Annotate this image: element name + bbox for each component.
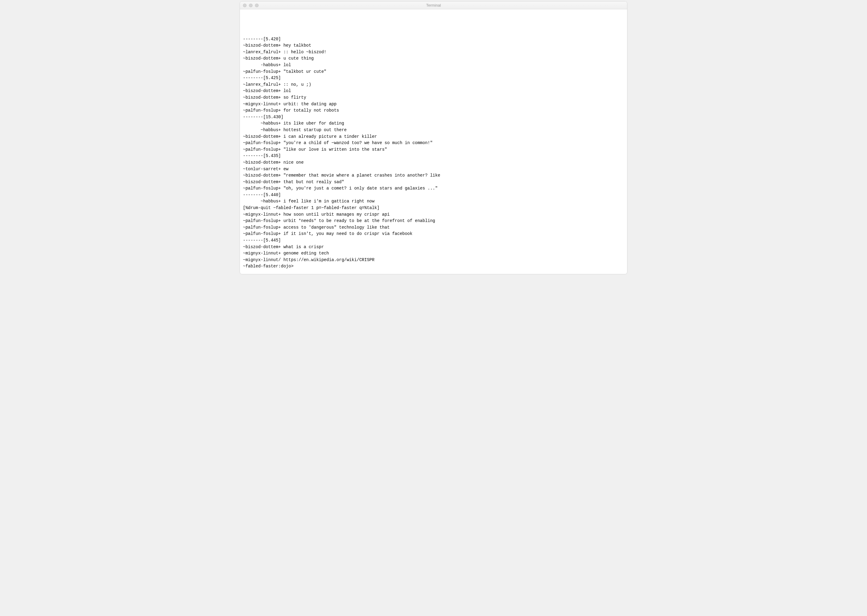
terminal-line: ~tonlur-sarret+ ew xyxy=(243,166,624,173)
terminal-line: ~palfun-foslup+ "like our love is writte… xyxy=(243,146,624,153)
terminal-line: ~biszod-dottem+ "remember that movie whe… xyxy=(243,172,624,179)
terminal-line: ~habbus+ its like uber for dating xyxy=(243,120,624,127)
terminal-line: ~palfun-foslup+ "talkbot ur cute" xyxy=(243,69,624,75)
terminal-line: --------[5.445] xyxy=(243,237,624,244)
terminal-line: ~lanrex_falrul+ :: no, u ;) xyxy=(243,82,624,88)
terminal-line: ~palfun-foslup+ for totally not robots xyxy=(243,107,624,114)
terminal-line: ~habbus+ i feel like i'm in gattica righ… xyxy=(243,198,624,205)
window-title: Terminal xyxy=(426,3,441,8)
terminal-line: ~mignyx-linnut+ urbit: the dating app xyxy=(243,101,624,108)
minimize-button[interactable] xyxy=(249,4,252,7)
terminal-line: ~biszod-dottem+ lol xyxy=(243,88,624,94)
terminal-line: [%drum-quit ~fabled-faster 1 p=~fabled-f… xyxy=(243,205,624,211)
terminal-line: ~habbus+ hottest startup out there xyxy=(243,127,624,134)
terminal-window: Terminal --------[5.420]~biszod-dottem+ … xyxy=(240,1,627,274)
zoom-button[interactable] xyxy=(255,4,259,7)
close-button[interactable] xyxy=(243,4,247,7)
terminal-line: ~biszod-dottem+ nice one xyxy=(243,159,624,166)
terminal-line: --------[5.435] xyxy=(243,153,624,159)
terminal-line: --------[5.420] xyxy=(243,36,624,43)
terminal-line: ~biszod-dottem+ hey talkbot xyxy=(243,42,624,49)
terminal-line: ~palfun-foslup+ "oh, you're just a comet… xyxy=(243,185,624,192)
terminal-line: ~palfun-foslup+ urbit *needs* to be read… xyxy=(243,218,624,225)
traffic-lights xyxy=(243,4,259,7)
terminal-line: -habbus+ lol xyxy=(243,62,624,69)
terminal-line: --------[5.440] xyxy=(243,192,624,198)
terminal-line: --------[15.430] xyxy=(243,114,624,121)
terminal-line: ~biszod-dottem+ i can already picture a … xyxy=(243,134,624,140)
terminal-line: ~biszod-dottem+ what is a crispr xyxy=(243,244,624,251)
terminal-line: ~biszod-dottem+ that but not really sad" xyxy=(243,179,624,185)
titlebar[interactable]: Terminal xyxy=(240,2,627,9)
prompt[interactable]: ~fabled-faster:dojo> xyxy=(243,263,624,270)
terminal-line: ~biszod-dottem+ so flirty xyxy=(243,94,624,101)
terminal-line: ~palfun-foslup+ if it isn't, you may nee… xyxy=(243,231,624,237)
terminal-line: ~palfun-foslup+ access to 'dangerous" te… xyxy=(243,225,624,231)
terminal-line: ~biszod-dottem+ u cute thing xyxy=(243,55,624,62)
terminal-line: --------[5.425] xyxy=(243,75,624,82)
terminal-output[interactable]: --------[5.420]~biszod-dottem+ hey talkb… xyxy=(240,9,627,274)
terminal-line: ~mignyx-linnut+ how soon until urbit man… xyxy=(243,211,624,218)
terminal-line: ~palfun-foslup+ "you're a child of ~wanz… xyxy=(243,140,624,146)
terminal-line: ~mignyx-linnut/ https://en.wikipedia.org… xyxy=(243,257,624,264)
terminal-line: ~mignyx-linnut+ genome edting tech xyxy=(243,250,624,257)
terminal-line: ~lanrex_falrul+ :: hello ~biszod! xyxy=(243,49,624,56)
